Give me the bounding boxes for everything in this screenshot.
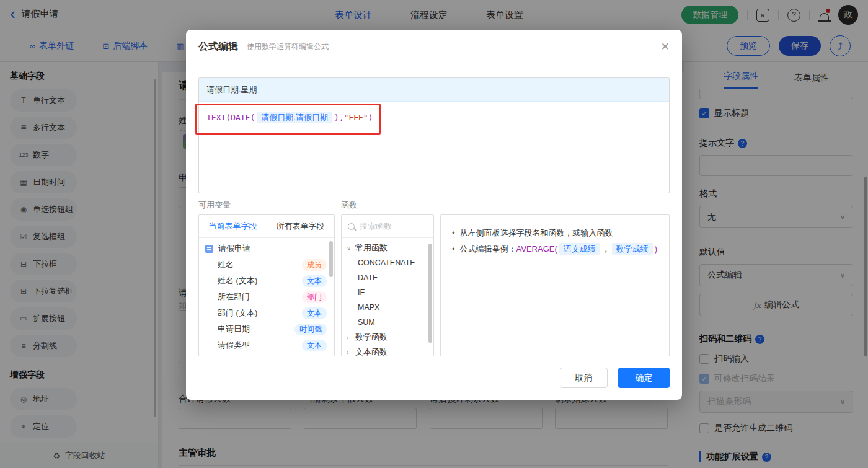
function-item[interactable]: MAPX (342, 300, 433, 315)
hint-panel: • 从左侧面板选择字段名和函数，或输入函数 • 公式编辑举例：AVERAGE(语… (440, 214, 670, 356)
confirm-button[interactable]: 确定 (618, 368, 670, 388)
variable-row[interactable]: 部门 (文本)文本 (199, 305, 334, 321)
variable-row[interactable]: 姓名成员 (199, 257, 334, 273)
function-item[interactable]: SUM (342, 315, 433, 330)
variables-label: 可用变量 (198, 200, 231, 211)
formula-input-area[interactable]: TEXT(DATE(请假日期.请假日期),"EEE") (199, 102, 669, 134)
hint-line-1: • 从左侧面板选择字段名和函数，或输入函数 (452, 225, 658, 241)
chevron-collapsed-icon: › (347, 349, 355, 356)
function-search-placeholder: 搜索函数 (360, 221, 392, 232)
function-item[interactable]: IF (342, 285, 433, 300)
function-search[interactable]: 搜索函数 (342, 215, 433, 238)
example-field-chip: 语文成绩 (559, 243, 600, 255)
formula-paren-token: ), (334, 113, 344, 122)
type-badge: 文本 (302, 340, 327, 351)
search-icon (348, 223, 355, 230)
tab-all-form-fields[interactable]: 所有表单字段 (277, 221, 325, 232)
function-group-math[interactable]: ›数学函数 (342, 330, 433, 345)
variable-row[interactable]: 请假类型文本 (199, 337, 334, 353)
type-badge: 时间戳 (294, 324, 327, 335)
formula-function-token: TEXT(DATE( (206, 113, 255, 122)
formula-field-chip[interactable]: 请假日期.请假日期 (257, 112, 332, 123)
functions-label: 函数 (341, 200, 357, 211)
bullet: • (452, 241, 455, 257)
modal-footer: 取消 确定 (560, 368, 670, 388)
type-badge: 成员 (302, 259, 327, 271)
formula-paren-token: ) (368, 113, 373, 122)
formula-edit-modal: 公式编辑 使用数学运算符编辑公式 ✕ 请假日期.星期 = TEXT(DATE(请… (186, 30, 682, 400)
variables-tabs: 当前表单字段 所有表单字段 (199, 215, 334, 238)
function-item[interactable]: CONCATENATE (342, 255, 433, 270)
chevron-collapsed-icon: › (347, 334, 355, 341)
formula-editor: 请假日期.星期 = TEXT(DATE(请假日期.请假日期),"EEE") (198, 77, 670, 193)
tab-current-form-fields[interactable]: 当前表单字段 (209, 221, 257, 232)
functions-scrollbar[interactable] (428, 244, 432, 343)
function-group-common[interactable]: ∨常用函数 (342, 241, 433, 255)
modal-header: 公式编辑 使用数学运算符编辑公式 ✕ (186, 30, 682, 64)
variable-row[interactable]: 申请日期时间戳 (199, 321, 334, 337)
type-badge: 部门 (302, 291, 327, 303)
variables-scrollbar[interactable] (329, 241, 333, 277)
functions-panel: 搜索函数 ∨常用函数 CONCATENATE DATE IF MAPX SUM … (341, 214, 434, 356)
variables-root-row[interactable]: 请假申请 (199, 241, 334, 257)
variable-row[interactable]: 姓名 (文本)文本 (199, 273, 334, 289)
modal-title: 公式编辑 (198, 40, 238, 53)
close-icon[interactable]: ✕ (661, 40, 670, 53)
cancel-button[interactable]: 取消 (560, 368, 608, 388)
formula-target: 请假日期.星期 = (199, 78, 669, 102)
form-doc-icon (205, 245, 213, 253)
modal-subtitle: 使用数学运算符编辑公式 (247, 42, 329, 52)
chevron-expanded-icon: ∨ (347, 245, 355, 252)
formula-string-token: "EEE" (344, 113, 368, 122)
type-badge: 文本 (302, 307, 327, 319)
example-function-token: AVERAGE( (516, 244, 557, 254)
variable-row[interactable]: 所在部门部门 (199, 289, 334, 305)
bullet: • (452, 225, 455, 241)
hint-line-2: • 公式编辑举例：AVERAGE(语文成绩，数学成绩) (452, 241, 658, 257)
example-field-chip: 数学成绩 (612, 243, 653, 255)
function-group-text[interactable]: ›文本函数 (342, 345, 433, 356)
variables-panel: 当前表单字段 所有表单字段 请假申请 姓名成员 姓名 (文本)文本 所在部门部门… (198, 214, 335, 356)
type-badge: 文本 (302, 275, 327, 287)
function-item[interactable]: DATE (342, 270, 433, 285)
